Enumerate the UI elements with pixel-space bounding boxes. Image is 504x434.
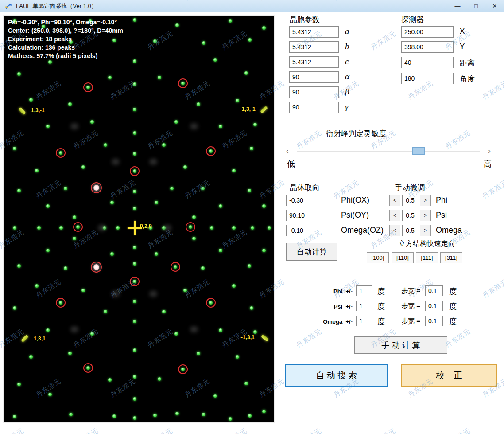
diffraction-spot: [73, 237, 76, 240]
cubic-110-button[interactable]: [110]: [392, 252, 414, 263]
watermark-text: 丹东浩元: [221, 426, 249, 434]
diffraction-spot: [133, 246, 136, 249]
cubic-311-button[interactable]: [311]: [440, 252, 462, 263]
maximize-button[interactable]: □: [467, 0, 485, 12]
diffraction-spot: [133, 416, 136, 420]
minimize-button[interactable]: —: [448, 0, 467, 12]
close-button[interactable]: ✕: [485, 0, 504, 12]
diffraction-spot: [35, 169, 39, 172]
diffraction-spot: [133, 375, 136, 379]
diffraction-spot: [189, 225, 192, 229]
diffraction-spot: [209, 301, 213, 305]
diffraction-spot: [110, 201, 114, 204]
diffraction-spot: [133, 262, 136, 266]
slider-left-arrow-icon[interactable]: ‹: [286, 147, 289, 156]
slider-track[interactable]: [297, 151, 480, 152]
detector-angle-input[interactable]: [401, 73, 454, 84]
phi-range-label: Phi +/-: [303, 288, 353, 295]
psi-decrement-button[interactable]: <: [389, 210, 400, 221]
diffraction-spot: [69, 413, 73, 416]
faint-blob: [112, 159, 120, 165]
phi-increment-button[interactable]: >: [420, 195, 431, 206]
hkl-index-label: 1,3,1: [34, 336, 46, 342]
hkl-index-label: 1,3,-1: [31, 107, 45, 113]
overlay-line-calculation: Calculation: 136 peaks: [8, 43, 123, 52]
psi-range-label: Psi +/-: [303, 303, 353, 310]
diffraction-spot: [17, 72, 21, 76]
diffraction-spot: [59, 151, 62, 155]
diffraction-spot: [116, 226, 120, 230]
fine-tune-heading: 手动微调: [395, 183, 425, 193]
psi-oy-input[interactable]: [286, 210, 338, 221]
cubic-111-button[interactable]: [111]: [416, 252, 438, 263]
omega-fine-label: Omega: [436, 226, 462, 235]
psi-increment-button[interactable]: >: [420, 210, 431, 221]
diffraction-spot: [197, 352, 200, 355]
diffraction-spot: [133, 152, 136, 156]
omega-range-input[interactable]: [356, 316, 372, 326]
calibrate-button[interactable]: 校 正: [401, 364, 497, 387]
detector-y-input[interactable]: [401, 41, 454, 53]
diffraction-spot: [35, 284, 39, 288]
manual-calc-button[interactable]: 手 动 计 算: [354, 336, 447, 354]
overlay-line-matches: Mathces: 57.7% (radii 5 pixels): [8, 52, 123, 60]
psi-name-label: Psi: [334, 303, 343, 310]
diffraction-spot: [59, 226, 63, 230]
phi-step-input[interactable]: [402, 195, 418, 206]
diffraction-spot: [46, 125, 50, 128]
phi-deg-label: 度: [377, 286, 385, 297]
omega-increment-button[interactable]: >: [420, 225, 431, 236]
diffraction-spot: [13, 415, 16, 418]
diffraction-spot: [192, 237, 196, 240]
slider-thumb[interactable]: [412, 147, 425, 155]
diffraction-spot: [86, 86, 90, 89]
faint-blob: [149, 291, 157, 297]
cell-b-input[interactable]: [289, 41, 339, 53]
detector-distance-input[interactable]: [401, 57, 454, 68]
orientation-heading: 晶体取向: [290, 183, 320, 193]
diffraction-spot: [112, 414, 116, 418]
sensitivity-low-label: 低: [287, 159, 295, 169]
cell-a-input[interactable]: [289, 26, 339, 38]
detector-angle-label: 角度: [460, 74, 475, 84]
omega-pm-label: +/-: [345, 318, 353, 325]
phi-deg2-label: 度: [449, 286, 457, 297]
phi-range-input[interactable]: [356, 285, 372, 296]
diffraction-spot: [183, 289, 187, 292]
diffraction-spot: [29, 355, 33, 359]
diffraction-spot: [219, 249, 222, 252]
diffraction-spot: [229, 417, 232, 421]
diffraction-spot: [59, 301, 62, 305]
diffraction-spot: [219, 125, 222, 128]
phi-ox-input[interactable]: [286, 195, 338, 206]
psi-step-input[interactable]: [402, 210, 418, 221]
psi-deg-label: 度: [377, 301, 385, 312]
detector-x-label: X: [460, 27, 465, 36]
window-title: LAUE 单晶定向系统（Ver 1.0）: [16, 2, 97, 10]
phi-decrement-button[interactable]: <: [389, 195, 400, 206]
phi-stepwidth-input[interactable]: [425, 285, 443, 296]
omega-step-input[interactable]: [402, 225, 418, 236]
cubic-100-button[interactable]: [100]: [367, 252, 389, 263]
overlay-line-experiment: Experiment: 18 peaks: [8, 35, 123, 43]
diffraction-spot: [248, 38, 252, 42]
sensitivity-slider[interactable]: ‹ ›: [285, 147, 492, 156]
laue-pattern-panel[interactable]: Psi=-0.30°, Phi=90.10°, Omega=-0.10° Cen…: [3, 15, 275, 423]
cell-a-label: a: [345, 27, 349, 36]
cell-alpha-input[interactable]: [289, 71, 339, 83]
auto-calc-button[interactable]: 自动计算: [286, 243, 337, 261]
cell-gamma-input[interactable]: [289, 102, 339, 113]
psi-stepwidth-input[interactable]: [425, 301, 443, 311]
omega-stepwidth-input[interactable]: [425, 316, 443, 326]
slider-right-arrow-icon[interactable]: ›: [488, 147, 491, 156]
diffraction-spot: [244, 382, 248, 385]
omega-deg2-label: 度: [449, 317, 457, 327]
omega-decrement-button[interactable]: <: [389, 225, 400, 236]
auto-search-button[interactable]: 自 动 搜 索: [285, 364, 388, 387]
omega-oz-input[interactable]: [286, 225, 338, 236]
cell-beta-input[interactable]: [289, 86, 339, 98]
detector-x-input[interactable]: [401, 26, 454, 38]
diffraction-spot: [192, 215, 196, 219]
psi-range-input[interactable]: [356, 301, 372, 311]
cell-c-input[interactable]: [289, 56, 339, 68]
